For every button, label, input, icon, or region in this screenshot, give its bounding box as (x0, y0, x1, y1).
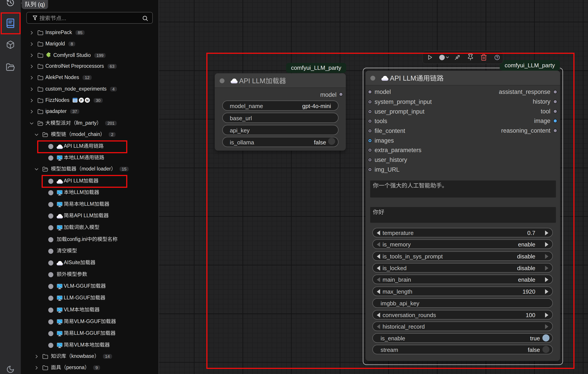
svg-text:N: N (86, 98, 89, 102)
svg-text:F: F (80, 98, 82, 102)
